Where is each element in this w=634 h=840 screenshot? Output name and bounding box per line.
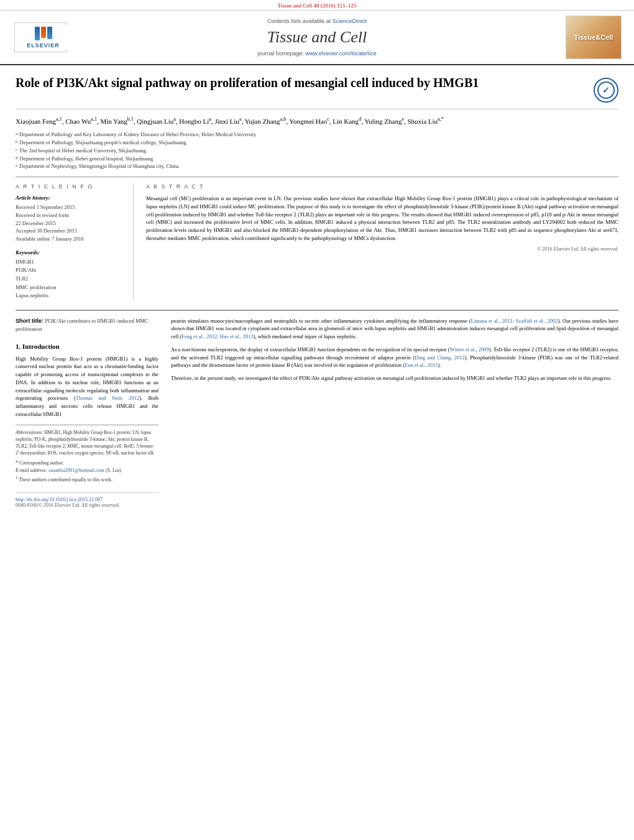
- keywords-label: Keywords:: [16, 249, 124, 256]
- footnotes-area: Abbreviations: HMGB1, High Mobility Grou…: [16, 425, 158, 484]
- keywords-section: Keywords: HMGB1 PI3K/Akt TLR2 MMC prolif…: [16, 249, 124, 300]
- revised-date: 22 December 2015: [16, 219, 124, 228]
- doi-link[interactable]: http://dx.doi.org/10.1016/j.tice.2015.12…: [16, 497, 158, 502]
- received-date: Received 1 September 2015: [16, 203, 124, 211]
- journal-logo-right: Tissue&Cell: [566, 16, 622, 59]
- abstract-heading: A B S T R A C T: [146, 183, 618, 190]
- abstract-paragraph: Mesangial cell (MC) proliferation is an …: [146, 195, 618, 242]
- intro-paragraph-1: High Mobility Group Box-1 protein (HMGB1…: [16, 355, 158, 418]
- affil-e: Department of Nephrology, Shengnongju Ho…: [19, 162, 179, 170]
- body-section: Short title: PI3K/Akt contributes to HMG…: [16, 310, 618, 508]
- crossmark-icon: ✓: [597, 81, 615, 99]
- sciencedirect-link[interactable]: ScienceDirect: [333, 18, 367, 24]
- abstract-text: Mesangial cell (MC) proliferation is an …: [146, 195, 618, 242]
- footnote-equal-contribution: 1 These authors contributed equally to t…: [16, 474, 158, 484]
- accepted-date: Accepted 30 December 2015: [16, 227, 124, 235]
- revised-label: Received in revised form: [16, 211, 124, 219]
- keyword-pi3k: PI3K/Akt: [16, 266, 124, 275]
- ref-winter[interactable]: Winter et al., 2009: [450, 346, 489, 353]
- crossmark-badge: ✓: [594, 78, 618, 103]
- journal-header: ELSEVIER Contents lists available at Sci…: [0, 11, 634, 65]
- svg-text:✓: ✓: [602, 86, 610, 95]
- body-left-column: Short title: PI3K/Akt contributes to HMG…: [16, 317, 158, 508]
- ref-thomas[interactable]: Thomas and Stott, 2012: [75, 395, 139, 401]
- copyright-line: © 2016 Elsevier Ltd. All rights reserved…: [146, 246, 618, 252]
- journal-volume-info: Tissue and Cell 48 (2016) 121–125: [278, 2, 357, 9]
- article-info-column: A R T I C L E I N F O Article history: R…: [16, 183, 134, 300]
- intro-heading: 1. Introduction: [16, 343, 158, 350]
- article-info-heading: A R T I C L E I N F O: [16, 183, 124, 190]
- right-para-2: As a non-histone nucleoprotein, the disp…: [171, 346, 618, 369]
- journal-title: Tissue and Cell: [68, 28, 566, 47]
- ref-feng[interactable]: Feng et al., 2012; Hao et al., 2013: [181, 333, 253, 339]
- journal-right-logo-text: Tissue&Cell: [574, 34, 613, 41]
- keyword-tlr2: TLR2: [16, 275, 124, 284]
- available-date: Available online 7 January 2016: [16, 235, 124, 243]
- right-para-1: protein stimulates monocytes/macrophages…: [171, 317, 618, 341]
- keyword-mmc: MMC proliferation: [16, 284, 124, 292]
- article-main-title: Role of PI3K/Akt signal pathway on proli…: [16, 75, 594, 91]
- article-title-section: Role of PI3K/Akt signal pathway on proli…: [16, 75, 618, 109]
- authors-line: Xiaojuan Fenga,1, Chao Wua,1, Min Yangb,…: [16, 116, 618, 127]
- ref-eun[interactable]: Eun et al., 2015: [405, 362, 438, 368]
- affil-d: Department of Pathology, Hebei general h…: [20, 155, 154, 163]
- affil-b: Department of Pathology, Shijiazhuang pe…: [20, 139, 186, 147]
- article-history-label: Article history:: [16, 195, 124, 201]
- elsevier-logo: ELSEVIER: [12, 22, 68, 52]
- email-link[interactable]: susanliu2001@hotmail.com: [48, 468, 104, 473]
- body-right-column: protein stimulates monocytes/macrophages…: [171, 317, 618, 508]
- keyword-hmgb1: HMGB1: [16, 258, 124, 267]
- article-info-abstract-section: A R T I C L E I N F O Article history: R…: [16, 177, 618, 300]
- affil-c: The 2nd hospital of Hebei medical Univer…: [19, 147, 146, 155]
- ref-ding[interactable]: Ding and Chang, 2012: [415, 354, 465, 361]
- contents-available-line: Contents lists available at ScienceDirec…: [68, 18, 566, 24]
- article-wrapper: Role of PI3K/Akt signal pathway on proli…: [0, 65, 634, 517]
- journal-url[interactable]: www.elsevier.com/locate/tice: [305, 50, 377, 57]
- short-title-label: Short title:: [16, 318, 44, 324]
- issn-line: 0040-8166/© 2016 Elsevier Ltd. All right…: [16, 502, 158, 508]
- ref-limana[interactable]: Limana et al., 2011; Scaffidi et al., 20…: [471, 318, 558, 324]
- footnote-corresponding: * Corresponding author.: [16, 459, 158, 467]
- keyword-lupus: Lupus nephritis: [16, 292, 124, 300]
- right-para-3: Therefore, in the present study, we inve…: [171, 374, 618, 382]
- elsevier-wordmark: ELSEVIER: [27, 42, 60, 48]
- abstract-column: A B S T R A C T Mesangial cell (MC) prol…: [146, 183, 618, 300]
- affil-a: Department of Pathology and Key Laborato…: [19, 131, 256, 139]
- short-title-box: Short title: PI3K/Akt contributes to HMG…: [16, 317, 158, 333]
- footnote-abbreviations: Abbreviations: HMGB1, High Mobility Grou…: [16, 429, 158, 457]
- journal-center-info: Contents lists available at ScienceDirec…: [68, 18, 566, 57]
- affiliations: a Department of Pathology and Key Labora…: [16, 131, 618, 170]
- doi-bar: http://dx.doi.org/10.1016/j.tice.2015.12…: [16, 492, 158, 508]
- footnote-star: *: [16, 460, 18, 466]
- footnote-email-line: E-mail address: susanliu2001@hotmail.com…: [16, 467, 158, 474]
- top-journal-bar: Tissue and Cell 48 (2016) 121–125: [0, 0, 634, 11]
- journal-homepage-line: journal homepage: www.elsevier.com/locat…: [68, 50, 566, 57]
